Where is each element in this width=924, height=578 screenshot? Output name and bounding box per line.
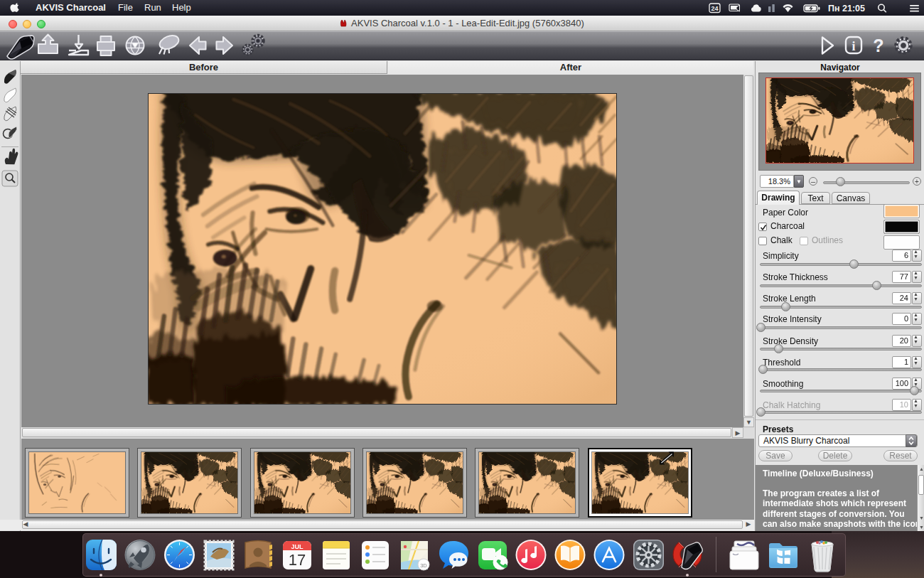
svg-text:Пн 21:05: Пн 21:05 [828, 4, 865, 14]
svg-text:17: 17 [289, 551, 306, 569]
svg-text:24: 24 [711, 5, 718, 12]
svg-text:3D: 3D [420, 562, 427, 569]
svg-text:?: ? [873, 36, 883, 55]
svg-text:JUL: JUL [291, 543, 303, 550]
svg-text:i: i [852, 39, 855, 53]
